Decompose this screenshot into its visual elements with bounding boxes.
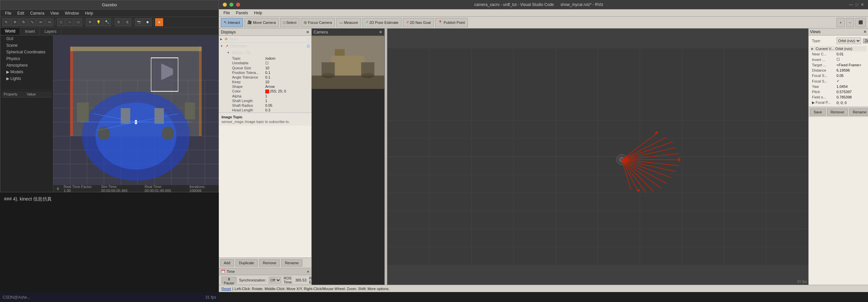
translate-tool-btn[interactable]: ✛ [11,18,19,26]
close-btn[interactable] [236,3,240,7]
title-close-icon[interactable]: ✕ [861,2,864,7]
light-point-btn[interactable]: ☀ [86,18,94,26]
box-btn[interactable]: □ [57,18,65,26]
camera-view[interactable] [312,36,384,89]
remove-display-btn[interactable]: Remove [259,259,280,267]
svg-rect-23 [70,47,73,136]
gazebo-menu-file[interactable]: File [2,10,14,16]
pose-estimate-btn[interactable]: ↗ 2D Pose Estimate [362,18,402,27]
axes-checkbox[interactable]: ☐ [307,37,310,41]
redo-btn[interactable]: ↪ [45,18,53,26]
zero-btn[interactable]: Zero [863,38,868,43]
gazebo-menu-edit[interactable]: Edit [14,10,27,16]
shaft-len-val: 1 [265,99,309,103]
rviz-menu-panels[interactable]: Panels [233,10,251,16]
light-dir-btn[interactable]: 🔦 [103,18,111,26]
tab-world[interactable]: World [0,28,20,35]
color-key: Color [232,89,265,93]
svg-rect-29 [155,108,164,124]
current-view-row[interactable]: ▶ Current V... Orbit (rviz) [810,46,867,51]
sync-select[interactable]: Off [269,277,281,283]
pause-icon[interactable]: ⏸ [56,187,60,191]
copy-btn[interactable]: ⎘ [115,18,123,26]
topic-val[interactable]: /odom [265,56,309,60]
zoom-in-btn[interactable]: + [837,18,844,27]
tab-layers[interactable]: Layers [40,28,61,35]
sidebar-models[interactable]: ▶ Models [0,69,53,75]
scale-tool-btn[interactable]: ⤡ [28,18,36,26]
type-select[interactable]: Orbit (rviz) [837,37,861,44]
title-maximize-icon[interactable]: □ [856,2,858,7]
duplicate-display-btn[interactable]: Duplicate [236,259,258,267]
displays-close-icon[interactable]: ✕ [306,30,309,34]
focal-s2-key: Focal S... [812,79,835,83]
paste-btn[interactable]: ⎗ [123,18,131,26]
move-camera-btn[interactable]: 🎥 Move Camera [244,18,279,27]
light-spot-btn[interactable]: 💡 [94,18,102,26]
gazebo-menu-view[interactable]: View [48,10,62,16]
publish-point-btn[interactable]: 📍 Publish Point [435,18,468,27]
gazebo-menu-help[interactable]: Help [82,10,96,16]
pause-btn[interactable]: ⏸ Pause [221,277,237,283]
sidebar-atmosphere[interactable]: Atmosphere [0,62,53,69]
odometry-header[interactable]: ▼ ↗ Odometry ☑ [219,43,311,50]
rviz-menu-file[interactable]: File [221,10,232,16]
measure-btn[interactable]: — Measure [336,18,361,27]
axes-header[interactable]: ▶ ✛ Axes ☐ [219,36,311,42]
color-val[interactable]: 255; 25; 0 [265,89,309,93]
zoom-out-btn[interactable]: − [846,18,854,27]
cylinder-btn[interactable]: ⬭ [74,18,82,26]
arrow-tool-btn[interactable]: ↖ [2,18,10,26]
real-time: Real Time: 00:00:01:49.065 [145,185,185,192]
help-bar: Reset | Left-Click: Rotate. Middle-Click… [219,285,868,292]
views-close-icon[interactable]: ✕ [863,30,867,34]
current-view-val: Orbit (rviz) [835,47,852,51]
select-btn[interactable]: □ Select [280,18,300,27]
reset-btn-inline[interactable]: Reset [221,287,231,291]
tab-insert[interactable]: Insert [20,28,40,35]
fullscreen-btn[interactable]: ⬛ [856,18,866,27]
gazebo-menu-window[interactable]: Window [62,10,82,16]
invert-val[interactable]: ☐ [837,57,865,62]
alpha-key: Alpha [232,94,265,98]
gazebo-menu-camera[interactable]: Camera [28,10,47,16]
sidebar-lights[interactable]: ▶ Lights [0,75,53,82]
toolbar-sep-5 [153,19,154,26]
sidebar-scene[interactable]: Scene [0,42,53,49]
color-swatch[interactable] [265,90,269,93]
odo-checkbox[interactable]: ☑ [307,44,310,49]
rviz-menu-help[interactable]: Help [251,10,265,16]
sidebar-spherical[interactable]: Spherical Coordinates [0,49,53,55]
nav-goal-btn[interactable]: ↗ 2D Nav Goal [403,18,434,27]
rename-view-btn[interactable]: Rename [849,109,868,116]
save-view-btn[interactable]: Save [810,109,826,116]
camera-close-icon[interactable]: ✕ [379,30,382,34]
unreliable-val[interactable]: ☐ [265,61,309,65]
screenshot-btn[interactable]: 📷 [135,18,143,26]
remove-view-btn[interactable]: Remove [827,109,848,116]
maximize-btn[interactable] [229,3,234,7]
interact-btn[interactable]: ↖ Interact [221,18,243,27]
rotate-tool-btn[interactable]: ↻ [20,18,28,26]
time-title: Time [227,270,235,273]
sphere-btn[interactable]: ○ [66,18,73,26]
record-btn[interactable]: ⏺ [144,18,152,26]
focus-camera-btn[interactable]: ◎ Focus Camera [301,18,335,27]
gazebo-viewport[interactable]: ⏸ Real Time Factor: 1.00 Sim Time: 00:00… [53,35,218,192]
distance-row: Distance 6.19598 [810,68,867,73]
displays-titlebar: Displays ✕ [219,29,311,36]
rviz-3d-viewport[interactable]: 31 fps [387,29,808,285]
undo-btn[interactable]: ↩ [37,18,45,26]
highlight-btn[interactable]: ■ [155,18,163,26]
time-close-icon[interactable]: ✕ [307,270,309,273]
rename-display-btn[interactable]: Rename [281,259,302,267]
panel-resize-handle[interactable]: ⋮ [384,29,387,285]
rviz-grid[interactable] [387,29,808,285]
title-minimize-icon[interactable]: — [849,2,853,7]
gazebo-3d-scene[interactable] [53,35,218,192]
sidebar-gui[interactable]: GUI [0,35,53,42]
minimize-btn[interactable] [223,3,227,7]
svg-rect-45 [335,49,345,56]
add-display-btn[interactable]: Add [220,259,234,267]
sidebar-physics[interactable]: Physics [0,55,53,62]
